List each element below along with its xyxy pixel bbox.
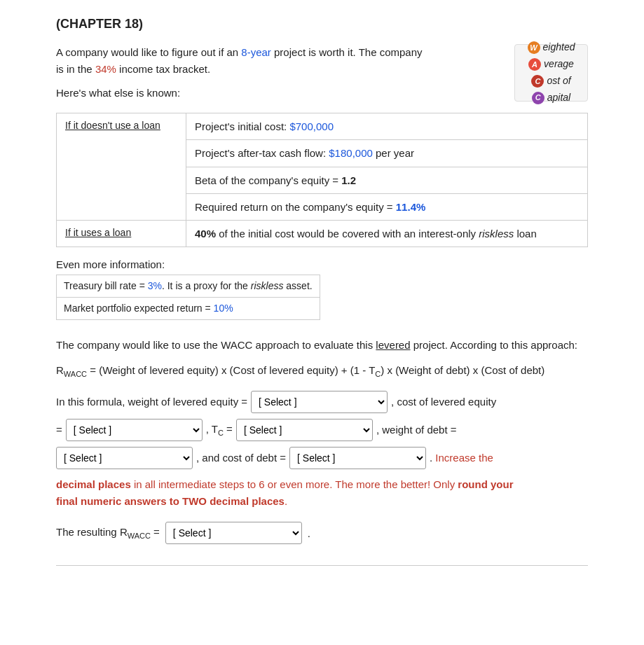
warning-text-1: in all intermediate steps to 6 or even m…	[134, 478, 458, 490]
select-cost-debt[interactable]: [ Select ]	[289, 447, 426, 469]
small-table-row-market: Market portfolio expected return = 10%	[57, 298, 320, 320]
formula-row-1: In this formula, weight of levered equit…	[56, 391, 588, 413]
cell-treasury: Treasury bill rate = 3%. It is a proxy f…	[57, 275, 320, 298]
formula-weight-debt-label: , weight of debt =	[376, 421, 457, 439]
wacc-intro-text: The company would like to use the WACC a…	[56, 337, 588, 354]
rwacc-result-sub: WACC	[128, 532, 151, 540]
year-highlight: 8-year	[241, 46, 271, 58]
label-uses-loan: If it uses a loan	[57, 221, 186, 247]
result-period: .	[308, 527, 310, 539]
select-result-rwacc[interactable]: [ Select ]	[165, 522, 302, 544]
small-table: Treasury bill rate = 3%. It is a proxy f…	[56, 275, 320, 320]
page-wrapper: (CHAPTER 18) A company would like to fig…	[0, 0, 644, 594]
result-row: The resulting RWACC = [ Select ] .	[56, 522, 588, 544]
small-table-row-treasury: Treasury bill rate = 3%. It is a proxy f…	[57, 275, 320, 298]
beta-value: 1.2	[341, 174, 356, 186]
initial-cost-value: $700,000	[289, 120, 334, 132]
cell-required-return: Required return on the company's equity …	[186, 193, 588, 220]
badge-circle-c1: C	[531, 75, 544, 88]
badge-circle-c2: C	[532, 92, 544, 104]
select-cost-levered-equity[interactable]: [ Select ]	[66, 419, 203, 441]
warning-final: final numeric answers to TWO decimal pla…	[56, 495, 285, 507]
tax-highlight: 34%	[95, 63, 116, 75]
formula-row-2: = [ Select ] , TC = [ Select ] , weight …	[56, 419, 588, 441]
table-row-no-loan: If it doesn't use a loan Project's initi…	[57, 113, 588, 140]
intro-paragraph-2: Here's what else is known:	[56, 85, 502, 102]
intro-section: A company would like to figure out if an…	[56, 44, 588, 109]
cell-cashflow: Project's after-tax cash flow: $180,000 …	[186, 140, 588, 167]
warning-round: round your	[458, 478, 513, 490]
required-return-value: 11.4%	[396, 201, 426, 213]
intro-text-1a: A company would like to figure out if an	[56, 46, 241, 58]
cell-beta: Beta of the company's equity = 1.2	[186, 167, 588, 193]
wacc-badge: W eighted A verage C ost of C apital	[514, 44, 588, 102]
riskless-italic-2: riskless	[251, 280, 284, 291]
treasury-rate: 3%	[148, 280, 162, 291]
market-return-value: 10%	[214, 303, 233, 314]
intro-text-2b: income tax bracket.	[116, 63, 210, 75]
formula-label-1: In this formula, weight of levered equit…	[56, 393, 247, 411]
formula-increase-label: . Increase the	[430, 449, 493, 467]
info-table: If it doesn't use a loan Project's initi…	[56, 113, 588, 247]
cashflow-value: $180,000	[329, 147, 373, 159]
badge-row-w: W eighted	[528, 39, 575, 56]
select-tc[interactable]: [ Select ]	[236, 419, 373, 441]
chapter-title: (CHAPTER 18)	[56, 17, 588, 32]
table-row-loan: If it uses a loan 40% of the initial cos…	[57, 221, 588, 247]
riskless-italic: riskless	[479, 228, 514, 240]
badge-circle-a: A	[528, 58, 541, 71]
badge-label-c1: ost of	[547, 73, 570, 90]
result-label: The resulting RWACC =	[56, 526, 160, 540]
badge-label-w: eighted	[543, 39, 575, 56]
warning-block: decimal places in all intermediate steps…	[56, 476, 588, 511]
formula-cost-debt-label: , and cost of debt =	[196, 449, 286, 467]
tc-sub: C	[375, 370, 381, 378]
formula-label-cost-equity: , cost of levered equity	[391, 393, 496, 411]
wacc-formula: RWACC = (Weight of levered equity) x (Co…	[56, 361, 588, 381]
warning-period: .	[285, 495, 287, 507]
rwacc-sub: WACC	[64, 370, 87, 378]
badge-label-c2: apital	[547, 90, 570, 106]
even-more-label: Even more information:	[56, 258, 588, 270]
formula-tc-label: , TC =	[206, 420, 233, 440]
intro-text-block: A company would like to figure out if an…	[56, 44, 502, 109]
label-no-loan: If it doesn't use a loan	[57, 113, 186, 221]
badge-circle-w: W	[528, 41, 540, 54]
formula-row-3: [ Select ] , and cost of debt = [ Select…	[56, 447, 588, 469]
intro-text-1b: project is worth it. The company	[271, 46, 423, 58]
cell-market-return: Market portfolio expected return = 10%	[57, 298, 320, 320]
badge-row-c1: C ost of	[531, 73, 570, 90]
intro-text-2a: is in the	[56, 63, 95, 75]
intro-paragraph-1: A company would like to figure out if an…	[56, 44, 502, 78]
cell-initial-cost: Project's initial cost: $700,000	[186, 113, 588, 140]
warning-decimal-places: decimal places	[56, 478, 131, 490]
cell-loan-detail: 40% of the initial cost would be covered…	[186, 221, 588, 247]
badge-label-a: verage	[544, 56, 574, 73]
formula-equals: =	[56, 421, 62, 439]
badge-row-a: A verage	[528, 56, 574, 73]
levered-underline: levered	[376, 339, 410, 351]
select-weight-debt[interactable]: [ Select ]	[56, 447, 193, 469]
select-weight-levered-equity[interactable]: [ Select ]	[251, 391, 388, 413]
bottom-divider	[56, 565, 588, 566]
loan-percent: 40%	[195, 228, 216, 240]
badge-row-c2: C apital	[532, 90, 570, 106]
